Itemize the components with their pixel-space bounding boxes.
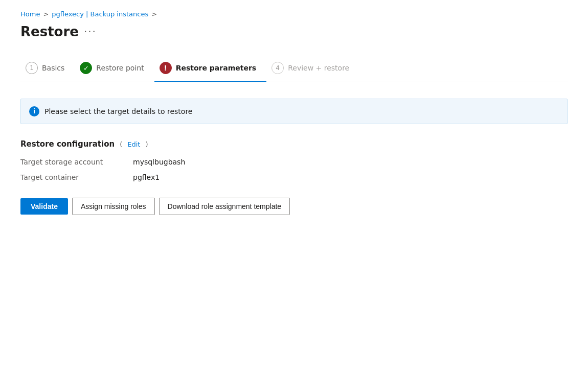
config-value-storage: mysqlbugbash (133, 158, 568, 166)
assign-missing-roles-button[interactable]: Assign missing roles (72, 198, 155, 215)
edit-parens-open: ( (120, 140, 122, 148)
breadcrumb: Home > pgflexecy | Backup instances > (20, 10, 568, 18)
config-table: Target storage account mysqlbugbash Targ… (20, 158, 568, 181)
step-restore-point[interactable]: Restore point (75, 55, 154, 82)
wizard-steps: 1 Basics Restore point Restore parameter… (20, 55, 568, 82)
step-restore-point-check (83, 64, 89, 72)
step-restore-point-label: Restore point (96, 64, 144, 72)
page-title: Restore (20, 24, 79, 39)
config-value-container: pgflex1 (133, 173, 568, 181)
step-restore-parameters-circle (160, 62, 172, 74)
edit-parens-close: ) (145, 140, 148, 148)
step-review-restore[interactable]: 4 Review + restore (266, 55, 359, 82)
info-icon: i (29, 106, 39, 116)
step-basics-circle: 1 (26, 62, 38, 74)
page-container: Home > pgflexecy | Backup instances > Re… (0, 0, 588, 225)
info-banner: i Please select the target details to re… (20, 99, 568, 124)
step-restore-point-circle (80, 62, 92, 74)
step-basics-label: Basics (42, 64, 64, 72)
step-review-restore-number: 4 (276, 64, 280, 72)
download-template-button[interactable]: Download role assignment template (159, 198, 290, 215)
section-title: Restore configuration (20, 139, 115, 149)
step-review-restore-label: Review + restore (288, 64, 349, 72)
breadcrumb-home[interactable]: Home (20, 10, 40, 18)
step-basics-number: 1 (30, 64, 34, 72)
section-title-row: Restore configuration ( Edit ) (20, 139, 568, 149)
info-banner-text: Please select the target details to rest… (44, 107, 192, 115)
breadcrumb-parent[interactable]: pgflexecy | Backup instances (52, 10, 148, 18)
validate-button[interactable]: Validate (20, 198, 68, 215)
page-title-row: Restore ··· (20, 24, 568, 39)
step-restore-parameters-exclaim (164, 64, 167, 72)
step-restore-parameters-label: Restore parameters (176, 64, 257, 72)
step-basics[interactable]: 1 Basics (20, 55, 75, 82)
page-menu-icon[interactable]: ··· (84, 26, 97, 38)
edit-link[interactable]: Edit (127, 140, 140, 148)
step-restore-parameters[interactable]: Restore parameters (154, 55, 267, 82)
breadcrumb-sep2: > (151, 10, 157, 18)
action-buttons: Validate Assign missing roles Download r… (20, 198, 568, 215)
breadcrumb-sep1: > (43, 10, 49, 18)
config-label-storage: Target storage account (20, 158, 133, 166)
step-review-restore-circle: 4 (272, 62, 284, 74)
config-label-container: Target container (20, 173, 133, 181)
